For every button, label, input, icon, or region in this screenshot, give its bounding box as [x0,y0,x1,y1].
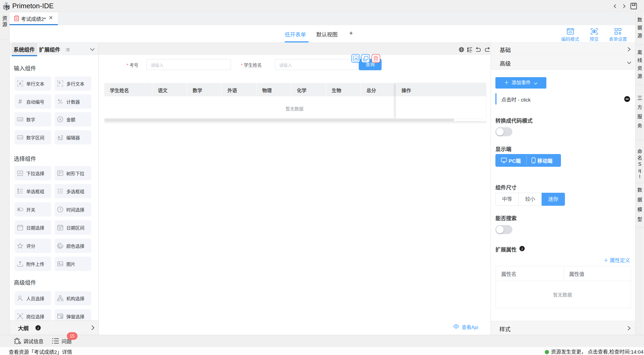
svg-text:#: # [18,98,22,105]
svg-text:123: 123 [18,118,22,121]
svg-text:A: A [59,81,61,84]
svg-text:JS: JS [354,57,357,60]
svg-text:i: i [522,247,523,251]
svg-text:i: i [38,326,39,330]
svg-text:A: A [58,135,60,139]
svg-text:¥: ¥ [59,117,61,121]
svg-text:A: A [19,81,21,86]
svg-text:1~3: 1~3 [18,136,22,139]
